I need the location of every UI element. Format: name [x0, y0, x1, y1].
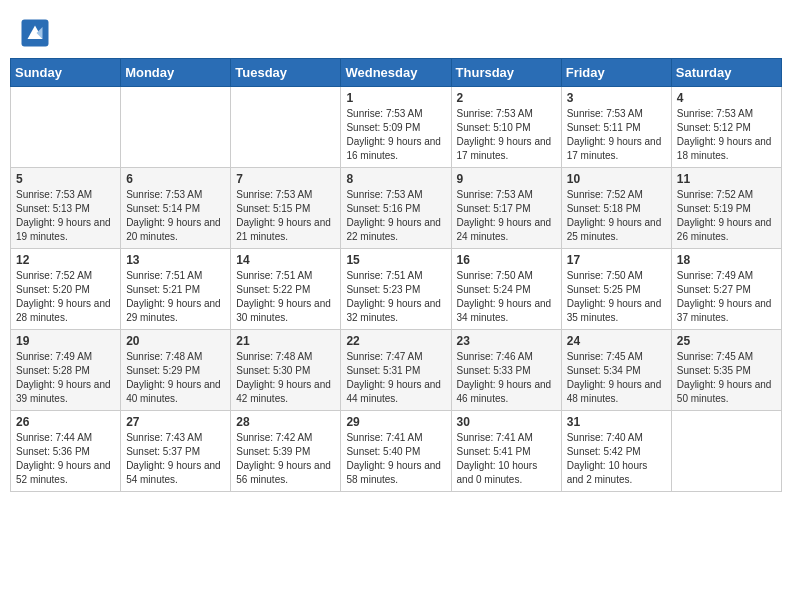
- day-number: 8: [346, 172, 445, 186]
- day-number: 26: [16, 415, 115, 429]
- day-number: 29: [346, 415, 445, 429]
- day-info: Sunrise: 7:52 AMSunset: 5:19 PMDaylight:…: [677, 188, 776, 244]
- day-number: 23: [457, 334, 556, 348]
- day-info: Sunrise: 7:53 AMSunset: 5:09 PMDaylight:…: [346, 107, 445, 163]
- week-row-0: 1Sunrise: 7:53 AMSunset: 5:09 PMDaylight…: [11, 87, 782, 168]
- day-info: Sunrise: 7:42 AMSunset: 5:39 PMDaylight:…: [236, 431, 335, 487]
- calendar-cell: 12Sunrise: 7:52 AMSunset: 5:20 PMDayligh…: [11, 249, 121, 330]
- day-number: 24: [567, 334, 666, 348]
- day-info: Sunrise: 7:44 AMSunset: 5:36 PMDaylight:…: [16, 431, 115, 487]
- day-info: Sunrise: 7:45 AMSunset: 5:34 PMDaylight:…: [567, 350, 666, 406]
- day-number: 21: [236, 334, 335, 348]
- calendar-cell: 9Sunrise: 7:53 AMSunset: 5:17 PMDaylight…: [451, 168, 561, 249]
- calendar-cell: [231, 87, 341, 168]
- calendar-cell: 25Sunrise: 7:45 AMSunset: 5:35 PMDayligh…: [671, 330, 781, 411]
- day-info: Sunrise: 7:40 AMSunset: 5:42 PMDaylight:…: [567, 431, 666, 487]
- week-row-3: 19Sunrise: 7:49 AMSunset: 5:28 PMDayligh…: [11, 330, 782, 411]
- day-number: 20: [126, 334, 225, 348]
- day-number: 3: [567, 91, 666, 105]
- calendar-body: 1Sunrise: 7:53 AMSunset: 5:09 PMDaylight…: [11, 87, 782, 492]
- weekday-sunday: Sunday: [11, 59, 121, 87]
- day-info: Sunrise: 7:47 AMSunset: 5:31 PMDaylight:…: [346, 350, 445, 406]
- day-info: Sunrise: 7:51 AMSunset: 5:21 PMDaylight:…: [126, 269, 225, 325]
- day-info: Sunrise: 7:51 AMSunset: 5:22 PMDaylight:…: [236, 269, 335, 325]
- weekday-tuesday: Tuesday: [231, 59, 341, 87]
- day-info: Sunrise: 7:52 AMSunset: 5:20 PMDaylight:…: [16, 269, 115, 325]
- day-info: Sunrise: 7:53 AMSunset: 5:13 PMDaylight:…: [16, 188, 115, 244]
- calendar-cell: 31Sunrise: 7:40 AMSunset: 5:42 PMDayligh…: [561, 411, 671, 492]
- day-info: Sunrise: 7:53 AMSunset: 5:11 PMDaylight:…: [567, 107, 666, 163]
- day-info: Sunrise: 7:53 AMSunset: 5:15 PMDaylight:…: [236, 188, 335, 244]
- calendar-cell: 17Sunrise: 7:50 AMSunset: 5:25 PMDayligh…: [561, 249, 671, 330]
- weekday-monday: Monday: [121, 59, 231, 87]
- day-number: 27: [126, 415, 225, 429]
- day-info: Sunrise: 7:52 AMSunset: 5:18 PMDaylight:…: [567, 188, 666, 244]
- day-number: 4: [677, 91, 776, 105]
- day-number: 17: [567, 253, 666, 267]
- calendar-cell: 4Sunrise: 7:53 AMSunset: 5:12 PMDaylight…: [671, 87, 781, 168]
- day-number: 30: [457, 415, 556, 429]
- day-info: Sunrise: 7:46 AMSunset: 5:33 PMDaylight:…: [457, 350, 556, 406]
- day-info: Sunrise: 7:53 AMSunset: 5:12 PMDaylight:…: [677, 107, 776, 163]
- day-number: 6: [126, 172, 225, 186]
- logo: [20, 18, 54, 48]
- day-number: 19: [16, 334, 115, 348]
- calendar-cell: [671, 411, 781, 492]
- calendar-cell: 8Sunrise: 7:53 AMSunset: 5:16 PMDaylight…: [341, 168, 451, 249]
- day-info: Sunrise: 7:41 AMSunset: 5:41 PMDaylight:…: [457, 431, 556, 487]
- calendar-cell: 14Sunrise: 7:51 AMSunset: 5:22 PMDayligh…: [231, 249, 341, 330]
- calendar-cell: 2Sunrise: 7:53 AMSunset: 5:10 PMDaylight…: [451, 87, 561, 168]
- calendar-cell: 15Sunrise: 7:51 AMSunset: 5:23 PMDayligh…: [341, 249, 451, 330]
- day-info: Sunrise: 7:53 AMSunset: 5:16 PMDaylight:…: [346, 188, 445, 244]
- day-number: 25: [677, 334, 776, 348]
- day-number: 2: [457, 91, 556, 105]
- weekday-wednesday: Wednesday: [341, 59, 451, 87]
- calendar-cell: 5Sunrise: 7:53 AMSunset: 5:13 PMDaylight…: [11, 168, 121, 249]
- calendar-cell: 1Sunrise: 7:53 AMSunset: 5:09 PMDaylight…: [341, 87, 451, 168]
- day-number: 15: [346, 253, 445, 267]
- day-info: Sunrise: 7:49 AMSunset: 5:28 PMDaylight:…: [16, 350, 115, 406]
- calendar-cell: 22Sunrise: 7:47 AMSunset: 5:31 PMDayligh…: [341, 330, 451, 411]
- day-info: Sunrise: 7:43 AMSunset: 5:37 PMDaylight:…: [126, 431, 225, 487]
- calendar-cell: 11Sunrise: 7:52 AMSunset: 5:19 PMDayligh…: [671, 168, 781, 249]
- calendar-cell: [121, 87, 231, 168]
- day-number: 13: [126, 253, 225, 267]
- day-info: Sunrise: 7:49 AMSunset: 5:27 PMDaylight:…: [677, 269, 776, 325]
- day-info: Sunrise: 7:50 AMSunset: 5:25 PMDaylight:…: [567, 269, 666, 325]
- day-info: Sunrise: 7:41 AMSunset: 5:40 PMDaylight:…: [346, 431, 445, 487]
- calendar-cell: 7Sunrise: 7:53 AMSunset: 5:15 PMDaylight…: [231, 168, 341, 249]
- calendar-cell: 6Sunrise: 7:53 AMSunset: 5:14 PMDaylight…: [121, 168, 231, 249]
- day-number: 16: [457, 253, 556, 267]
- day-info: Sunrise: 7:53 AMSunset: 5:14 PMDaylight:…: [126, 188, 225, 244]
- day-info: Sunrise: 7:48 AMSunset: 5:30 PMDaylight:…: [236, 350, 335, 406]
- calendar-cell: 3Sunrise: 7:53 AMSunset: 5:11 PMDaylight…: [561, 87, 671, 168]
- calendar-cell: 27Sunrise: 7:43 AMSunset: 5:37 PMDayligh…: [121, 411, 231, 492]
- weekday-friday: Friday: [561, 59, 671, 87]
- day-number: 7: [236, 172, 335, 186]
- weekday-saturday: Saturday: [671, 59, 781, 87]
- day-info: Sunrise: 7:53 AMSunset: 5:10 PMDaylight:…: [457, 107, 556, 163]
- calendar-cell: 16Sunrise: 7:50 AMSunset: 5:24 PMDayligh…: [451, 249, 561, 330]
- day-number: 10: [567, 172, 666, 186]
- calendar-cell: 19Sunrise: 7:49 AMSunset: 5:28 PMDayligh…: [11, 330, 121, 411]
- day-info: Sunrise: 7:45 AMSunset: 5:35 PMDaylight:…: [677, 350, 776, 406]
- calendar-table: SundayMondayTuesdayWednesdayThursdayFrid…: [10, 58, 782, 492]
- week-row-4: 26Sunrise: 7:44 AMSunset: 5:36 PMDayligh…: [11, 411, 782, 492]
- calendar-cell: 26Sunrise: 7:44 AMSunset: 5:36 PMDayligh…: [11, 411, 121, 492]
- week-row-2: 12Sunrise: 7:52 AMSunset: 5:20 PMDayligh…: [11, 249, 782, 330]
- header: [10, 10, 782, 54]
- calendar-cell: [11, 87, 121, 168]
- logo-icon: [20, 18, 50, 48]
- day-number: 9: [457, 172, 556, 186]
- day-number: 1: [346, 91, 445, 105]
- day-number: 11: [677, 172, 776, 186]
- calendar-cell: 28Sunrise: 7:42 AMSunset: 5:39 PMDayligh…: [231, 411, 341, 492]
- week-row-1: 5Sunrise: 7:53 AMSunset: 5:13 PMDaylight…: [11, 168, 782, 249]
- calendar-cell: 20Sunrise: 7:48 AMSunset: 5:29 PMDayligh…: [121, 330, 231, 411]
- calendar-cell: 30Sunrise: 7:41 AMSunset: 5:41 PMDayligh…: [451, 411, 561, 492]
- calendar-cell: 10Sunrise: 7:52 AMSunset: 5:18 PMDayligh…: [561, 168, 671, 249]
- day-info: Sunrise: 7:51 AMSunset: 5:23 PMDaylight:…: [346, 269, 445, 325]
- day-number: 5: [16, 172, 115, 186]
- day-number: 22: [346, 334, 445, 348]
- day-number: 31: [567, 415, 666, 429]
